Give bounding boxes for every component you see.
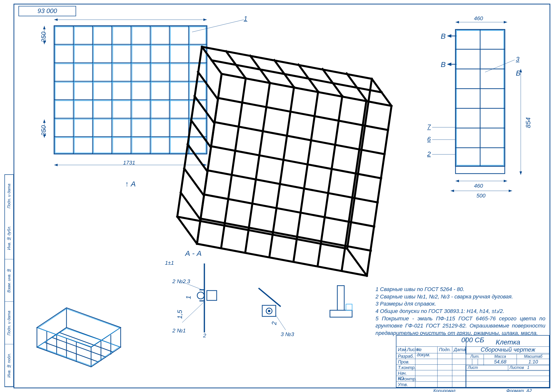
svg-marker-54 xyxy=(456,180,459,182)
svg-marker-57 xyxy=(451,190,454,192)
svg-marker-64 xyxy=(447,63,451,66)
hdr-lit: Лит. xyxy=(466,354,484,359)
svg-rect-101 xyxy=(330,310,352,317)
note-3: 3 Размеры для справок. xyxy=(375,300,545,308)
svg-rect-102 xyxy=(346,304,352,310)
svg-line-132 xyxy=(191,120,211,147)
technical-notes: 1 Сварные швы по ГОСТ 5264 - 80. 2 Сварн… xyxy=(375,286,545,337)
note-5: 5 Покрытие - эмаль ПФ-115 ГОСТ 6465-76 с… xyxy=(375,315,545,337)
front-dim-top xyxy=(54,15,207,25)
hdr-izm: Изм. xyxy=(396,347,405,353)
svg-marker-62 xyxy=(447,34,451,38)
svg-line-131 xyxy=(188,144,207,171)
detail-B xyxy=(244,283,293,337)
svg-line-69 xyxy=(485,60,515,72)
svg-line-121 xyxy=(201,219,371,251)
dim-front-v2: 250 xyxy=(40,125,48,136)
val-listov: 1 xyxy=(527,365,529,370)
svg-marker-35 xyxy=(43,26,46,29)
svg-line-117 xyxy=(215,122,385,154)
section-B-mid: В xyxy=(441,60,446,69)
weld-w1: 2 №1 xyxy=(172,327,186,334)
row-nachko: Нач. КО xyxy=(396,370,415,376)
sidecol-5: Инв. № подл. xyxy=(5,344,13,387)
svg-line-120 xyxy=(204,195,374,227)
hdr-listov: Листов xyxy=(510,365,524,370)
side-stamp-column: Подп. и дата Инв. № дубл. Взам. инв. № П… xyxy=(4,174,14,387)
svg-line-94 xyxy=(182,302,204,323)
row-razrab: Разраб. xyxy=(396,353,415,359)
hdr-docnum: № докум. xyxy=(415,347,437,353)
company-field xyxy=(466,371,550,388)
svg-line-134 xyxy=(198,72,218,99)
svg-line-133 xyxy=(195,96,214,123)
dim-front-width: 1731 xyxy=(123,160,135,166)
svg-rect-92 xyxy=(199,300,204,301)
svg-point-90 xyxy=(197,292,204,299)
row-tkontr: Т.контр. xyxy=(396,365,415,370)
isometric-small xyxy=(22,293,128,372)
side-dim-h xyxy=(516,69,526,175)
svg-marker-38 xyxy=(43,119,46,123)
sidecol-4: Подп. и дата xyxy=(5,302,13,344)
svg-rect-89 xyxy=(207,291,217,300)
leader-2b xyxy=(432,153,457,156)
hdr-data: Дата xyxy=(452,347,465,353)
dim-side-height: 854 xyxy=(524,117,532,128)
side-view xyxy=(448,27,512,180)
svg-rect-49 xyxy=(456,166,505,174)
title-line1: Клетка xyxy=(466,338,550,346)
leader-7 xyxy=(432,126,457,129)
dim-detA-off: 1,5 xyxy=(176,310,184,319)
row-nkontr: Н.контр. xyxy=(396,376,415,381)
svg-line-95 xyxy=(259,288,281,307)
dim-detA-gap: 1 xyxy=(185,296,192,299)
dim-side-top: 460 xyxy=(474,15,483,22)
hdr-masshtab: Масштаб xyxy=(517,354,550,359)
svg-marker-87 xyxy=(38,309,120,347)
arrow-A-label: ↑ А xyxy=(125,180,136,188)
list-row: Лист Листов 1 xyxy=(466,365,550,371)
svg-marker-58 xyxy=(509,190,512,192)
svg-marker-61 xyxy=(520,171,522,175)
arrow-B-top xyxy=(447,33,457,38)
section-B-top: В xyxy=(441,32,446,40)
drawing-sheet: 93 000 Подп. и дата Инв. № дубл. Взам. и… xyxy=(0,0,554,392)
dim-front-v1: 250 xyxy=(40,32,48,42)
val-massa: 54,68 xyxy=(484,359,517,365)
row-prov: Пров. xyxy=(396,359,415,364)
lit-mass-scale: Лит. Масса 54,68 Масштаб 1:10 xyxy=(466,354,550,365)
balloon-6: 6 xyxy=(427,135,431,143)
leader-6 xyxy=(432,138,457,141)
weld-w4: 3 №3 xyxy=(281,331,294,338)
balloon-7: 7 xyxy=(427,123,431,131)
val-masshtab: 1:10 xyxy=(517,359,550,365)
title-name-box: Клетка Сборочный чертеж xyxy=(466,337,550,355)
hdr-list2: Лист xyxy=(466,365,508,371)
leader-3 xyxy=(485,59,517,73)
note-4: 4 Общие допуски по ГОСТ 30893.1: H14, h1… xyxy=(375,308,545,315)
svg-marker-72 xyxy=(37,308,121,347)
dim-detA-edge: 2 xyxy=(203,332,206,339)
svg-marker-52 xyxy=(504,21,507,23)
hdr-podp: Подп. xyxy=(437,347,452,353)
svg-point-98 xyxy=(268,310,270,312)
sidecol-1: Подп. и дата xyxy=(5,175,13,217)
sidecol-3: Взам. инв. № xyxy=(5,259,13,302)
title-line2: Сборочный чертеж xyxy=(466,346,550,353)
arrow-B-mid xyxy=(447,62,457,67)
svg-marker-51 xyxy=(456,21,459,23)
bottom-format: Формат А2 xyxy=(506,388,532,392)
svg-line-130 xyxy=(184,168,204,196)
svg-line-84 xyxy=(52,337,106,357)
row-utv: Утв. xyxy=(396,382,415,387)
sidecol-2: Инв. № дубл. xyxy=(5,217,13,259)
dim-detB-off: 2 xyxy=(270,322,278,325)
svg-line-129 xyxy=(181,193,200,220)
svg-line-118 xyxy=(211,146,381,178)
svg-marker-29 xyxy=(54,18,58,21)
note-1: 1 Сварные швы по ГОСТ 5264 - 80. xyxy=(375,286,545,293)
hdr-massa: Масса xyxy=(484,354,517,359)
bottom-kopiroval: Копировал xyxy=(433,388,456,392)
svg-marker-32 xyxy=(54,164,58,166)
